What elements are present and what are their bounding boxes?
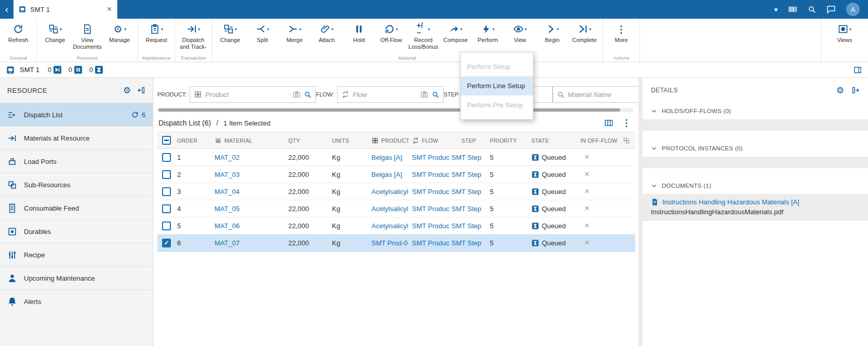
row-checkbox[interactable]: [162, 222, 171, 230]
table-row[interactable]: 4MAT_0522,000KgAcetylsalicylSMT ProducSM…: [157, 200, 635, 217]
cell-material-link[interactable]: MAT_04: [215, 188, 288, 196]
details-section-documents-1[interactable]: DOCUMENTS (1): [643, 177, 868, 194]
cell-material-link[interactable]: MAT_02: [215, 154, 288, 161]
sidebar-item-alerts[interactable]: Alerts: [0, 289, 153, 313]
column-header-in-off-flow[interactable]: IN OFF-FLOW: [580, 137, 623, 144]
flow-search-input[interactable]: [337, 86, 444, 103]
details-section-holds-off-flows-0[interactable]: HOLDS/OFF-FLOWS (0): [643, 103, 868, 119]
back-chevron-icon[interactable]: ‹: [0, 0, 14, 19]
row-checkbox[interactable]: ✓: [162, 239, 171, 247]
column-chooser-icon[interactable]: [604, 118, 613, 128]
cell-step-link[interactable]: SMT Step: [451, 239, 490, 247]
column-header-priority[interactable]: PRIORITY: [490, 137, 531, 144]
sidebar-item-consumable-feed[interactable]: Consumable Feed: [0, 196, 153, 219]
ribbon-button-off-flow[interactable]: ▾Off-Flow: [375, 21, 407, 54]
search-icon[interactable]: [304, 91, 312, 99]
ribbon-button-attach[interactable]: ▾Attach: [311, 21, 343, 54]
cell-flow-link[interactable]: SMT Produc: [412, 239, 451, 247]
cell-flow-link[interactable]: SMT Produc: [412, 154, 451, 161]
product-input[interactable]: [205, 91, 289, 99]
cell-flow-link[interactable]: SMT Produc: [412, 222, 451, 230]
chat-icon[interactable]: [826, 5, 836, 14]
row-checkbox[interactable]: [162, 204, 171, 213]
cell-step-link[interactable]: SMT Step: [451, 222, 490, 230]
remove-off-flow-icon[interactable]: ×: [580, 186, 590, 196]
views-button[interactable]: ▾Views: [829, 21, 861, 44]
material-name-input[interactable]: [553, 86, 649, 103]
tab-smt1[interactable]: SMT 1 ×: [14, 0, 117, 19]
collapse-panel-icon[interactable]: [137, 86, 145, 94]
avatar[interactable]: A: [846, 3, 860, 16]
ribbon-button-view[interactable]: ▾View: [504, 21, 536, 54]
table-row[interactable]: 5MAT_0622,000KgAcetylsalicylSMT ProducSM…: [157, 217, 635, 234]
column-header-material[interactable]: MATERIAL: [215, 137, 288, 144]
material-input[interactable]: [568, 91, 645, 99]
ribbon-button-perform[interactable]: ▾Perform: [472, 21, 504, 54]
cell-product-link[interactable]: Acetylsalicyl: [371, 205, 412, 213]
document-item[interactable]: Instructions Handling Hazardous Material…: [643, 194, 868, 221]
ribbon-button-dispatch-and-track[interactable]: ▾Dispatch and Track-: [177, 21, 209, 54]
table-row[interactable]: ✓6MAT_0722,000KgSMT Prod-0SMT ProducSMT …: [157, 234, 635, 252]
table-row[interactable]: 1MAT_0222,000KgBelgas [A]SMT ProducSMT S…: [157, 149, 635, 166]
flow-input[interactable]: [353, 91, 417, 99]
cell-flow-link[interactable]: SMT Produc: [412, 188, 451, 196]
product-search-input[interactable]: [190, 86, 316, 103]
panel-splitter[interactable]: [638, 78, 643, 346]
ribbon-button-change[interactable]: ▾Change: [39, 21, 71, 54]
gear-icon[interactable]: ⚙: [836, 86, 844, 95]
ribbon-button-split[interactable]: ▾Split: [246, 21, 278, 54]
cell-step-link[interactable]: SMT Step: [451, 188, 490, 196]
remove-off-flow-icon[interactable]: ×: [580, 238, 590, 247]
expand-panel-icon[interactable]: [851, 86, 860, 94]
sidebar-item-materials-at-resource[interactable]: Materials at Resource: [0, 126, 153, 149]
gear-icon[interactable]: ⚙: [123, 86, 131, 95]
cell-product-link[interactable]: Belgas [A]: [371, 154, 412, 161]
column-header-state[interactable]: STATE: [531, 137, 580, 144]
ribbon-button-change[interactable]: ▾Change: [214, 21, 246, 54]
scrollbar-thumb[interactable]: [158, 108, 620, 112]
column-header-qty[interactable]: QTY: [288, 137, 332, 144]
sidebar-item-durables[interactable]: Durables: [0, 219, 153, 243]
remove-off-flow-icon[interactable]: ×: [580, 203, 590, 213]
barcode-icon[interactable]: [788, 5, 797, 14]
ribbon-button-merge[interactable]: ▾Merge: [278, 21, 311, 54]
cell-flow-link[interactable]: SMT Produc: [412, 205, 451, 213]
search-icon[interactable]: [432, 91, 439, 99]
column-header-flow[interactable]: FLOW: [412, 137, 451, 144]
close-icon[interactable]: ×: [107, 5, 112, 14]
cell-flow-link[interactable]: SMT Produc: [412, 171, 451, 178]
column-header-step[interactable]: STEP: [451, 137, 490, 144]
select-all-checkbox[interactable]: [162, 136, 171, 145]
cell-material-link[interactable]: MAT_07: [215, 239, 288, 247]
ribbon-button-record-loss-bonus[interactable]: +/−▾Record Loss/Bonus: [407, 21, 439, 54]
cell-step-link[interactable]: SMT Step: [451, 205, 490, 213]
sidebar-item-sub-resources[interactable]: Sub-Resources: [0, 173, 153, 196]
cell-product-link[interactable]: Belgas [A]: [371, 171, 412, 178]
cell-product-link[interactable]: SMT Prod-0: [371, 239, 412, 247]
cell-material-link[interactable]: MAT_06: [215, 222, 288, 230]
kebab-menu-icon[interactable]: ⋮: [622, 118, 631, 128]
row-checkbox[interactable]: [162, 170, 171, 179]
cell-product-link[interactable]: Acetylsalicyl: [371, 188, 412, 196]
row-checkbox[interactable]: [162, 187, 171, 196]
ribbon-button-more[interactable]: ⋮More: [605, 21, 637, 54]
remove-off-flow-icon[interactable]: ×: [580, 152, 590, 162]
table-row[interactable]: 3MAT_0422,000KgAcetylsalicylSMT ProducSM…: [157, 183, 635, 200]
search-icon[interactable]: [808, 5, 816, 13]
cell-step-link[interactable]: SMT Step: [451, 171, 490, 178]
horizontal-scrollbar[interactable]: [157, 108, 633, 112]
camera-icon[interactable]: [420, 90, 429, 99]
remove-off-flow-icon[interactable]: ×: [580, 220, 590, 230]
camera-icon[interactable]: [292, 90, 301, 99]
ribbon-button-manage[interactable]: ⚙▾Manage: [103, 21, 136, 54]
column-header-product[interactable]: PRODUCT: [371, 137, 412, 144]
ribbon-button-request[interactable]: ▾Request: [140, 21, 172, 54]
ribbon-button-begin[interactable]: ▾Begin: [536, 21, 568, 54]
chevron-down-icon[interactable]: ▾: [774, 6, 778, 13]
document-title[interactable]: Instructions Handling Hazardous Material…: [662, 198, 799, 206]
cell-material-link[interactable]: MAT_03: [215, 171, 288, 178]
column-header-units[interactable]: UNITS: [332, 137, 371, 144]
ribbon-button-view-documents[interactable]: View Documents: [71, 21, 103, 54]
cell-material-link[interactable]: MAT_05: [215, 205, 288, 213]
ribbon-button-complete[interactable]: ▾Complete: [568, 21, 600, 54]
